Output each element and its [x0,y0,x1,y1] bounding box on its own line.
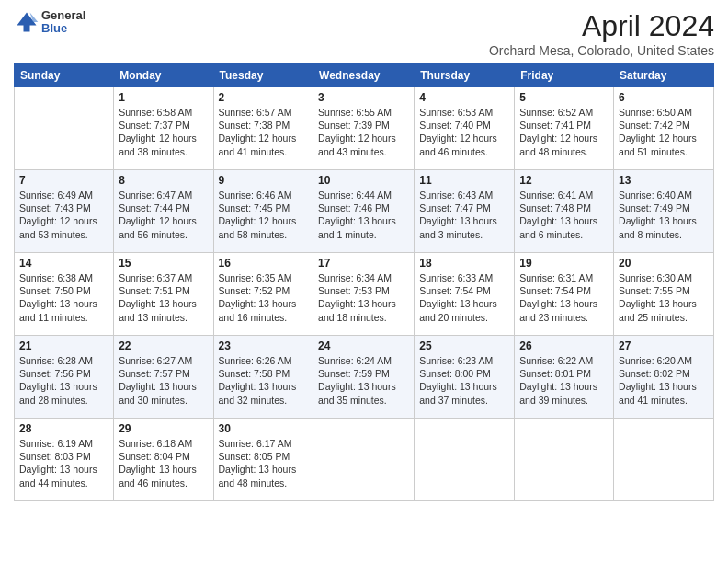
sunrise: Sunrise: 6:28 AM [19,354,108,367]
sunset: Sunset: 7:52 PM [219,284,309,297]
title-block: April 2024 Orchard Mesa, Colorado, Unite… [489,9,714,58]
daylight: Daylight: 12 hours and 51 minutes. [619,132,709,157]
sunrise: Sunrise: 6:40 AM [619,189,709,201]
day-number: 1 [119,91,208,104]
sunset: Sunset: 7:45 PM [219,201,309,214]
calendar-cell: 19Sunrise: 6:31 AMSunset: 7:54 PMDayligh… [515,253,614,336]
calendar-cell [614,419,714,501]
main-title: April 2024 [489,9,714,43]
logo-blue: Blue [41,22,85,35]
day-info: Sunrise: 6:17 AMSunset: 8:05 PMDaylight:… [219,437,309,489]
sunset: Sunset: 7:43 PM [19,201,108,214]
day-info: Sunrise: 6:26 AMSunset: 7:58 PMDaylight:… [219,354,309,407]
day-info: Sunrise: 6:28 AMSunset: 7:56 PMDaylight:… [19,354,108,407]
sunset: Sunset: 7:57 PM [119,367,208,380]
sunrise: Sunrise: 6:46 AM [219,189,309,201]
day-number: 26 [519,339,609,352]
sunset: Sunset: 7:48 PM [519,201,609,214]
day-number: 19 [519,257,609,270]
calendar-cell: 23Sunrise: 6:26 AMSunset: 7:58 PMDayligh… [213,336,313,419]
sunset: Sunset: 7:40 PM [419,119,509,132]
calendar-week-3: 21Sunrise: 6:28 AMSunset: 7:56 PMDayligh… [15,336,714,419]
day-number: 12 [519,174,609,187]
day-info: Sunrise: 6:58 AMSunset: 7:37 PMDaylight:… [119,106,208,158]
day-number: 7 [19,174,108,187]
sunset: Sunset: 8:02 PM [619,367,709,380]
day-number: 29 [119,422,208,435]
day-number: 18 [419,257,509,270]
calendar-cell: 10Sunrise: 6:44 AMSunset: 7:46 PMDayligh… [313,170,415,253]
sunset: Sunset: 7:51 PM [119,284,208,297]
daylight: Daylight: 13 hours and 8 minutes. [619,214,709,240]
page: General Blue April 2024 Orchard Mesa, Co… [0,0,728,563]
daylight: Daylight: 12 hours and 48 minutes. [519,132,609,157]
daylight: Daylight: 13 hours and 18 minutes. [318,297,409,323]
sunrise: Sunrise: 6:22 AM [519,354,609,367]
sunrise: Sunrise: 6:55 AM [318,106,409,119]
daylight: Daylight: 13 hours and 6 minutes. [519,214,609,240]
daylight: Daylight: 13 hours and 25 minutes. [619,297,709,323]
calendar-cell: 12Sunrise: 6:41 AMSunset: 7:48 PMDayligh… [515,170,614,253]
sunrise: Sunrise: 6:49 AM [19,189,108,201]
day-number: 25 [419,339,509,352]
day-number: 14 [19,257,108,270]
day-number: 10 [318,174,409,187]
calendar-cell: 13Sunrise: 6:40 AMSunset: 7:49 PMDayligh… [614,170,714,253]
calendar-cell: 26Sunrise: 6:22 AMSunset: 8:01 PMDayligh… [515,336,614,419]
calendar-cell: 22Sunrise: 6:27 AMSunset: 7:57 PMDayligh… [114,336,213,419]
day-info: Sunrise: 6:19 AMSunset: 8:03 PMDaylight:… [19,437,108,489]
calendar-cell: 15Sunrise: 6:37 AMSunset: 7:51 PMDayligh… [114,253,213,336]
day-info: Sunrise: 6:41 AMSunset: 7:48 PMDaylight:… [519,189,609,241]
daylight: Daylight: 13 hours and 16 minutes. [219,297,309,323]
sunset: Sunset: 7:47 PM [419,201,509,214]
calendar-cell [313,419,415,501]
sunset: Sunset: 7:49 PM [619,201,709,214]
daylight: Daylight: 12 hours and 56 minutes. [119,214,208,240]
day-number: 28 [19,422,108,435]
day-info: Sunrise: 6:30 AMSunset: 7:55 PMDaylight:… [619,271,709,324]
daylight: Daylight: 13 hours and 30 minutes. [119,380,208,406]
daylight: Daylight: 13 hours and 32 minutes. [219,380,309,406]
day-info: Sunrise: 6:34 AMSunset: 7:53 PMDaylight:… [318,271,409,324]
daylight: Daylight: 12 hours and 58 minutes. [219,214,309,240]
calendar-cell: 3Sunrise: 6:55 AMSunset: 7:39 PMDaylight… [313,87,415,170]
day-number: 5 [519,91,609,104]
sunrise: Sunrise: 6:24 AM [318,354,409,367]
calendar-cell: 2Sunrise: 6:57 AMSunset: 7:38 PMDaylight… [213,87,313,170]
sunset: Sunset: 7:37 PM [119,119,208,132]
sunrise: Sunrise: 6:34 AM [318,271,409,284]
daylight: Daylight: 12 hours and 43 minutes. [318,132,409,157]
daylight: Daylight: 12 hours and 53 minutes. [19,214,108,240]
sunset: Sunset: 8:05 PM [219,450,309,463]
daylight: Daylight: 12 hours and 38 minutes. [119,132,208,157]
daylight: Daylight: 13 hours and 20 minutes. [419,297,509,323]
day-info: Sunrise: 6:22 AMSunset: 8:01 PMDaylight:… [519,354,609,407]
sunrise: Sunrise: 6:43 AM [419,189,509,201]
sunset: Sunset: 7:38 PM [219,119,309,132]
sunset: Sunset: 7:50 PM [19,284,108,297]
day-info: Sunrise: 6:46 AMSunset: 7:45 PMDaylight:… [219,189,309,241]
col-tuesday: Tuesday [213,64,313,87]
calendar-cell: 21Sunrise: 6:28 AMSunset: 7:56 PMDayligh… [15,336,114,419]
daylight: Daylight: 13 hours and 23 minutes. [519,297,609,323]
logo-text: General Blue [41,9,85,36]
calendar: Sunday Monday Tuesday Wednesday Thursday… [14,63,714,501]
day-info: Sunrise: 6:24 AMSunset: 7:59 PMDaylight:… [318,354,409,407]
day-number: 23 [219,339,309,352]
sunrise: Sunrise: 6:30 AM [619,271,709,284]
day-info: Sunrise: 6:27 AMSunset: 7:57 PMDaylight:… [119,354,208,407]
daylight: Daylight: 13 hours and 28 minutes. [19,380,108,406]
day-info: Sunrise: 6:33 AMSunset: 7:54 PMDaylight:… [419,271,509,324]
sunrise: Sunrise: 6:41 AM [519,189,609,201]
daylight: Daylight: 13 hours and 44 minutes. [19,463,108,488]
day-info: Sunrise: 6:52 AMSunset: 7:41 PMDaylight:… [519,106,609,158]
sunrise: Sunrise: 6:58 AM [119,106,208,119]
header: General Blue April 2024 Orchard Mesa, Co… [14,9,714,58]
day-number: 9 [219,174,309,187]
col-thursday: Thursday [415,64,515,87]
daylight: Daylight: 13 hours and 13 minutes. [119,297,208,323]
day-info: Sunrise: 6:57 AMSunset: 7:38 PMDaylight:… [219,106,309,158]
sunrise: Sunrise: 6:53 AM [419,106,509,119]
calendar-cell: 14Sunrise: 6:38 AMSunset: 7:50 PMDayligh… [15,253,114,336]
sunset: Sunset: 7:44 PM [119,201,208,214]
